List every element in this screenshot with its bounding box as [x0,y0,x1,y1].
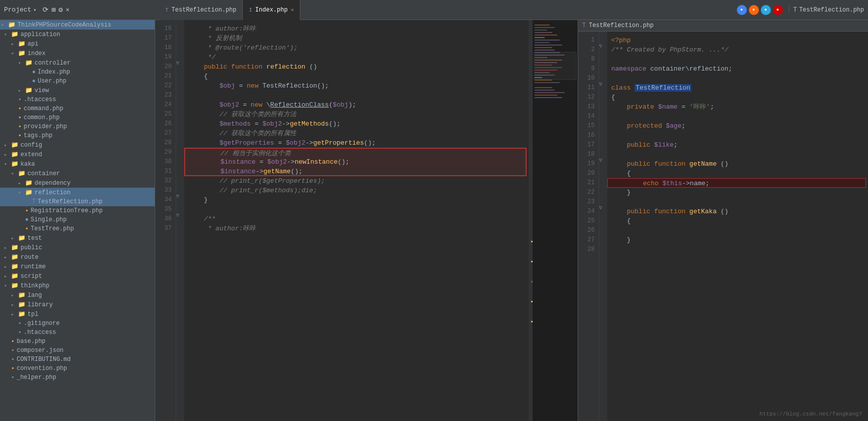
sidebar-item-route[interactable]: ▸📁route [0,252,155,262]
settings-icon[interactable]: ⚙ [59,6,63,14]
sidebar-item-container[interactable]: ▾📁container [0,169,155,178]
code-line-31: $instance->getName(); [184,167,527,176]
rcode-line-2: /** Created by PhpStorm. ...*/ [607,45,868,55]
sidebar-item-thinkphp[interactable]: ▾📁thinkphp [0,281,155,290]
sidebar-item-composer[interactable]: ▸▪composer.json [0,346,155,355]
svg-rect-24 [535,87,552,88]
code-line-22: $obj = new TestReflection(); [184,81,529,91]
project-chevron-icon: ▾ [34,7,37,13]
sidebar-item-reflection[interactable]: ▾📁reflection [0,188,155,197]
sidebar-item-tpl[interactable]: ▸📁tpl [0,309,155,319]
root-arrow: ▾ [1,22,8,28]
sidebar-item-convention[interactable]: ▸▪convention.php [0,364,155,373]
sidebar-item-controller[interactable]: ▾📁controller [0,58,155,68]
sidebar-item-script[interactable]: ▸📁script [0,271,155,281]
sidebar-item-extend[interactable]: ▸📁extend [0,150,155,159]
toolbar-icons: ⟳ ⊞ ⚙ ✕ [43,6,70,14]
sidebar-item-test[interactable]: ▸📁test [0,233,155,243]
sidebar-item-index-php[interactable]: ▸●Index.php [0,68,155,77]
sidebar-item-kaka[interactable]: ▾📁kaka [0,159,155,169]
ie-button[interactable]: ● [773,5,783,15]
sidebar-item-tags[interactable]: ▸▪tags.php [0,131,155,140]
sidebar-item-helper[interactable]: ▸▪_helper.php [0,373,155,382]
code-editor-left[interactable]: 16 17 18 19 20 21 22 23 24 25 26 27 28 2… [155,20,533,421]
sidebar-item-htaccess2[interactable]: ▸▪.htaccess [0,328,155,337]
sidebar-item-api[interactable]: ▸📁api [0,39,155,49]
svg-rect-1 [535,27,555,28]
ln-36: 36 [155,214,176,224]
project-dropdown[interactable]: Project ▾ [4,6,37,14]
ln-25: 25 [155,110,176,119]
rln-28: 28 [578,245,599,254]
ln-24: 24 [155,100,176,110]
editor-area: 16 17 18 19 20 21 22 23 24 25 26 27 28 2… [155,20,868,421]
editor-left: 16 17 18 19 20 21 22 23 24 25 26 27 28 2… [155,20,533,421]
ln-30: 30 [155,157,176,167]
ln-18: 18 [155,43,176,53]
sidebar-item-gitignore[interactable]: ▸▪.gitignore [0,319,155,328]
sidebar-item-index-folder[interactable]: ▾📁index [0,49,155,58]
code-line-37: * author:咔咔 [184,224,529,233]
sidebar-item-registrationtree[interactable]: ▸▪RegistrationTree.php [0,206,155,215]
svg-rect-5 [535,37,545,38]
rcode-line-14 [607,112,868,121]
sidebar-item-lang[interactable]: ▸📁lang [0,290,155,300]
close-icon[interactable]: ✕ [66,6,70,14]
rcode-line-8 [607,55,868,64]
sidebar-item-base[interactable]: ▸▪base.php [0,337,155,346]
layout-icon[interactable]: ⊞ [52,6,56,14]
svg-rect-9 [535,47,552,48]
sidebar-item-dependency[interactable]: ▸📁dependency [0,178,155,188]
svg-rect-3 [535,32,552,33]
sidebar-item-testtree[interactable]: ▸▪TestTree.php [0,224,155,233]
edge-button[interactable]: ● [761,5,771,15]
rln-11: 11 [578,83,599,93]
sidebar-root[interactable]: ▾ 📁 ThinkPHPSourceCodeAnalysis [0,20,155,30]
rcode-line-1: <?php [607,36,868,45]
editor-tabs: T TestReflection.php I Index.php ✕ ● ● ●… [159,0,789,20]
sidebar-item-testreflection[interactable]: ▸TTestReflection.php [0,197,155,206]
sync-icon[interactable]: ⟳ [43,6,49,14]
rln-15: 15 [578,121,599,131]
scroll-indicators [529,20,533,421]
ln-21: 21 [155,72,176,81]
rcode-line-16 [607,131,868,140]
code-content-left: * author:咔咔 * 反射机制 * @route('reflection'… [184,20,529,421]
svg-rect-7 [535,42,550,43]
code-editor-right[interactable]: 1 2 8 9 10 11 12 13 14 15 16 17 18 19 20… [578,32,868,421]
right-tab: T TestReflection.php [789,6,864,14]
svg-rect-8 [535,45,562,46]
tab-testreflection1[interactable]: T TestReflection.php [159,0,243,20]
rcode-line-15: protected $age; [607,121,868,131]
sidebar-item-command[interactable]: ▸▪command.php [0,104,155,113]
sidebar-item-runtime[interactable]: ▸📁runtime [0,262,155,271]
sidebar-item-config[interactable]: ▸📁config [0,140,155,150]
sidebar-item-single[interactable]: ▸●Single.php [0,215,155,224]
sidebar-item-user-php[interactable]: ▸●User.php [0,77,155,86]
sidebar-item-application[interactable]: ▾📁application [0,30,155,39]
tab-php-icon1: T [165,7,169,13]
tab-index[interactable]: I Index.php ✕ [243,0,300,20]
sidebar-item-public[interactable]: ▸📁public [0,243,155,252]
sidebar-item-view[interactable]: ▸📁view [0,86,155,95]
code-line-16: * author:咔咔 [184,24,529,34]
sidebar-item-contributing[interactable]: ▸▪CONTRIBUTING.md [0,355,155,364]
code-line-27: // 获取这个类的所有属性 [184,129,529,138]
code-line-35 [184,205,529,214]
sidebar-item-htaccess1[interactable]: ▸▪.htaccess [0,95,155,104]
firefox-button[interactable]: ● [749,5,759,15]
tab-close2[interactable]: ✕ [291,7,294,13]
sidebar-item-common[interactable]: ▸▪common.php [0,113,155,122]
ln-28: 28 [155,138,176,148]
sidebar-item-provider[interactable]: ▸▪provider.php [0,122,155,131]
sidebar-item-library[interactable]: ▸📁library [0,300,155,309]
rln-26: 26 [578,226,599,235]
tab-label2: Index.php [255,7,288,14]
code-line-29: // 相当于实例化这个类 [184,148,527,157]
rln-19: 19 [578,159,599,169]
chrome-button[interactable]: ● [737,5,747,15]
rcode-line-24: public function getKaka () [607,207,868,216]
svg-rect-26 [535,92,565,93]
tab-php-icon3: T [793,6,797,14]
rcode-line-20: { [607,169,868,178]
